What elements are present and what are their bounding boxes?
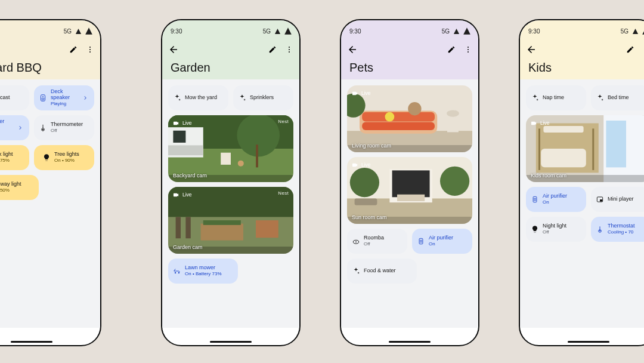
svg-rect-53 [355, 198, 377, 205]
status-time: 9:30 [171, 28, 182, 35]
device-chip[interactable]: Pathway light On • 50% [0, 175, 39, 200]
device-label: Air purifier [543, 193, 567, 199]
device-chip[interactable]: Traeger grill On [0, 115, 29, 140]
svg-rect-63 [606, 121, 626, 167]
pencil-icon[interactable] [626, 45, 634, 54]
svg-rect-27 [203, 220, 241, 225]
device-chip[interactable]: Bed time [591, 85, 644, 110]
home-indicator[interactable] [210, 341, 252, 343]
bulb-icon [531, 225, 539, 233]
device-chip[interactable]: Broadcast [0, 85, 29, 110]
device-chip[interactable]: Sprinklers [233, 85, 293, 110]
device-label: Sprinklers [250, 95, 274, 101]
sparkle-icon [238, 94, 246, 102]
more-icon[interactable] [86, 45, 94, 54]
device-chip[interactable]: Thermometer Off [34, 115, 94, 140]
camera-label: Kids room cam [531, 173, 566, 179]
home-indicator[interactable] [11, 341, 52, 343]
status-network: 5G [64, 28, 72, 35]
page-title: Garden [162, 60, 299, 79]
page-title: ackyard BBQ [0, 60, 100, 79]
svg-point-2 [89, 51, 91, 53]
device-chip[interactable]: Thermostat Cooling • 70 [591, 217, 644, 242]
camera-card[interactable]: Live Sun room cam [347, 157, 472, 224]
camera-brand: Nest [278, 119, 289, 124]
more-icon[interactable] [464, 45, 472, 54]
signal-icon [74, 27, 82, 35]
back-icon[interactable] [168, 44, 179, 55]
camera-card[interactable]: Live Nest Backyard cam [168, 115, 293, 182]
device-chip[interactable]: Nap time [526, 85, 586, 110]
device-label: Mow the yard [185, 95, 217, 101]
svg-point-33 [467, 49, 469, 50]
device-label: Broadcast [0, 95, 10, 101]
device-chip[interactable]: Air purifier On [526, 187, 586, 212]
signal-icon [642, 27, 644, 35]
device-chip[interactable]: Mini player [591, 187, 644, 212]
more-icon[interactable] [285, 45, 293, 54]
device-label: Roomba [364, 235, 384, 241]
svg-rect-68 [592, 128, 594, 170]
camera-card[interactable]: Live Nest Garden cam [168, 187, 293, 254]
svg-point-10 [289, 49, 290, 50]
svg-point-8 [42, 129, 44, 130]
svg-point-31 [178, 272, 179, 273]
svg-point-43 [447, 110, 459, 116]
back-icon[interactable] [347, 44, 358, 55]
svg-point-5 [42, 96, 44, 97]
device-chip[interactable]: Mow the yard [168, 85, 228, 110]
device-sub: Off [364, 242, 384, 247]
camera-card[interactable]: Live Living room cam [347, 85, 472, 152]
status-time: 9:30 [528, 28, 540, 35]
device-chip[interactable]: Lawn mower On • Battery 73% [168, 259, 238, 284]
device-sub: On [543, 200, 567, 205]
device-chip[interactable]: Roomba Off [347, 229, 407, 254]
device-sub: On • 50% [0, 188, 21, 193]
svg-rect-50 [397, 195, 425, 201]
svg-point-51 [350, 168, 379, 197]
device-sub: On • Battery 73% [185, 272, 222, 277]
device-chip[interactable]: Tree lights On • 90% [34, 145, 94, 170]
device-label: Bed time [608, 95, 629, 101]
device-chip[interactable]: Night light Off [526, 217, 586, 242]
signal-icon [85, 27, 93, 35]
live-badge: Live [172, 190, 192, 199]
svg-point-40 [385, 112, 395, 122]
device-label: Deck light [0, 152, 13, 158]
svg-point-56 [355, 241, 357, 242]
device-chip[interactable]: Food & water [347, 259, 417, 284]
device-sub: On [0, 131, 13, 137]
live-badge: Live [351, 161, 371, 169]
device-label: Tree lights [54, 152, 79, 158]
svg-point-6 [42, 98, 44, 100]
cam-icon [351, 161, 359, 169]
cam-icon [351, 89, 359, 97]
home-indicator[interactable] [568, 341, 609, 343]
svg-rect-24 [176, 217, 181, 238]
device-chip[interactable]: Air purifier On [412, 229, 472, 254]
cam-icon [172, 119, 180, 127]
device-label: Food & water [364, 268, 396, 274]
device-label: Thermostat [608, 223, 635, 229]
device-label: Air purifier [429, 235, 453, 241]
device-label: Traeger grill [0, 119, 13, 131]
device-chip[interactable]: Deck speaker Playing [34, 85, 94, 110]
chevron-right-icon [16, 124, 24, 132]
sparkle-icon [352, 267, 360, 275]
pencil-icon[interactable] [268, 45, 277, 54]
svg-point-20 [238, 161, 244, 167]
device-chip[interactable]: Deck light On • 75% [0, 145, 29, 170]
camera-label: Backyard cam [173, 173, 207, 179]
device-sub: Off [51, 128, 83, 134]
svg-point-1 [89, 49, 91, 50]
camera-card[interactable]: Live Kids room cam [526, 115, 644, 182]
pencil-icon[interactable] [69, 45, 78, 54]
home-indicator[interactable] [389, 341, 431, 343]
thermostat-icon [596, 225, 604, 233]
svg-point-30 [175, 272, 176, 273]
thermometer-icon [39, 124, 47, 132]
back-icon[interactable] [526, 44, 537, 55]
pencil-icon[interactable] [447, 45, 456, 54]
svg-point-32 [467, 47, 469, 48]
status-time: 9:30 [349, 28, 361, 35]
